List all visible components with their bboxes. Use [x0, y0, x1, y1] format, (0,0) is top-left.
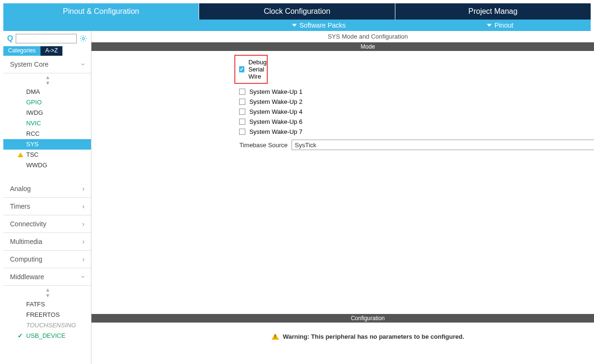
option-debug-serial-wire[interactable]: Debug Serial Wire [234, 55, 267, 84]
pinout-label: Pinout [494, 21, 513, 29]
gear-icon[interactable] [80, 35, 87, 42]
config-section-header: Configuration [91, 314, 594, 323]
category-connectivity[interactable]: Connectivity › [3, 215, 91, 233]
tree-item-fatfs[interactable]: FATFS [3, 299, 91, 310]
category-label: Middleware [10, 273, 44, 281]
mode-section-header: Mode [91, 42, 594, 51]
tree-item-usb-device[interactable]: ✓ USB_DEVICE [3, 331, 91, 341]
category-label: Analog [10, 185, 31, 192]
category-list: System Core › ▲▼ DMA GPIO IWDG NVIC RCC … [3, 56, 91, 364]
chevron-right-icon: › [82, 202, 85, 210]
option-label: Debug Serial Wire [248, 59, 267, 80]
check-icon: ✓ [18, 332, 23, 340]
pinout-menu[interactable]: Pinout [410, 20, 591, 31]
software-packs-menu[interactable]: Software Packs [228, 20, 410, 31]
sidebar: Q Categories A->Z System Core › ▲▼ DMA G… [3, 31, 91, 364]
chevron-right-icon: › [82, 185, 85, 192]
tree-item-nvic[interactable]: NVIC [3, 118, 91, 129]
tab-clock-config[interactable]: Clock Configuration [199, 3, 395, 20]
option-wakeup-1[interactable]: System Wake-Up 1 [91, 87, 594, 97]
category-multimedia[interactable]: Multimedia › [3, 233, 91, 251]
option-label: System Wake-Up 1 [249, 88, 302, 95]
category-computing[interactable]: Computing › [3, 251, 91, 268]
sort-tabs: Categories A->Z [3, 46, 91, 56]
sub-toolbar: Software Packs Pinout [3, 20, 591, 31]
tree-item-rcc[interactable]: RCC [3, 129, 91, 139]
category-analog[interactable]: Analog › [3, 180, 91, 198]
tree-item-gpio[interactable]: GPIO [3, 97, 91, 108]
option-wakeup-4[interactable]: System Wake-Up 4 [91, 107, 594, 117]
tab-project-manager[interactable]: Project Manag [395, 3, 591, 20]
tree-item-label: TSC [26, 151, 39, 159]
tree-item-iwdg[interactable]: IWDG [3, 108, 91, 118]
category-label: Connectivity [10, 220, 46, 228]
search-icon[interactable]: Q [7, 34, 13, 43]
tree-item-touchsensing[interactable]: TOUCHSENSING [3, 320, 91, 331]
timebase-select[interactable]: SysTick [292, 140, 594, 150]
category-system-core[interactable]: System Core › [3, 56, 91, 73]
checkbox-icon[interactable] [239, 99, 245, 105]
tree-item-label: USB_DEVICE [26, 332, 65, 340]
warning-text: Warning: This peripheral has no paramete… [283, 333, 464, 340]
search-input[interactable] [16, 34, 77, 43]
chevron-down-icon: › [80, 276, 87, 278]
warning-icon [272, 334, 279, 340]
category-label: Multimedia [10, 238, 42, 245]
tree-item-tsc[interactable]: TSC [3, 150, 91, 160]
option-wakeup-7[interactable]: System Wake-Up 7 [91, 127, 594, 137]
category-label: Timers [10, 202, 30, 210]
config-warning: Warning: This peripheral has no paramete… [91, 328, 594, 345]
checkbox-checked-icon[interactable] [239, 66, 244, 72]
timebase-source-row: Timebase Source SysTick [91, 137, 594, 153]
drag-handle-icon[interactable]: ▲▼ [3, 73, 91, 87]
timebase-label: Timebase Source [239, 142, 287, 149]
chevron-right-icon: › [82, 238, 85, 245]
tab-pinout-config[interactable]: Pinout & Configuration [3, 3, 199, 20]
chevron-down-icon [292, 24, 297, 27]
chevron-down-icon: › [80, 63, 87, 66]
drag-handle-icon[interactable]: ▲▼ [3, 286, 91, 299]
mode-panel: Debug Serial Wire System Wake-Up 1 Syste… [91, 51, 594, 157]
warning-icon [18, 152, 23, 157]
checkbox-icon[interactable] [239, 109, 245, 115]
option-label: System Wake-Up 2 [249, 98, 302, 105]
software-packs-label: Software Packs [300, 21, 346, 29]
chevron-down-icon [487, 24, 492, 27]
category-timers[interactable]: Timers › [3, 198, 91, 215]
category-label: System Core [10, 61, 49, 68]
content-title: SYS Mode and Configuration [91, 31, 594, 42]
timebase-value: SysTick [295, 142, 316, 149]
tree-item-dma[interactable]: DMA [3, 87, 91, 97]
tree-item-freertos[interactable]: FREERTOS [3, 310, 91, 320]
option-wakeup-6[interactable]: System Wake-Up 6 [91, 117, 594, 127]
checkbox-icon[interactable] [239, 89, 245, 95]
svg-point-0 [82, 38, 84, 40]
config-panel: Warning: This peripheral has no paramete… [91, 323, 594, 364]
main-tabs: Pinout & Configuration Clock Configurati… [3, 3, 591, 20]
option-label: System Wake-Up 7 [249, 128, 302, 135]
category-middleware[interactable]: Middleware › [3, 268, 91, 286]
content-panel: SYS Mode and Configuration Mode Debug Se… [91, 31, 594, 364]
checkbox-icon[interactable] [239, 119, 245, 125]
sort-tab-categories[interactable]: Categories [3, 46, 40, 56]
tree-item-sys[interactable]: SYS [3, 139, 91, 150]
chevron-right-icon: › [82, 220, 85, 228]
search-row: Q [3, 31, 91, 46]
checkbox-icon[interactable] [239, 129, 245, 135]
option-label: System Wake-Up 4 [249, 108, 302, 115]
tree-item-wwdg[interactable]: WWDG [3, 160, 91, 171]
option-wakeup-2[interactable]: System Wake-Up 2 [91, 97, 594, 107]
sort-tab-az[interactable]: A->Z [40, 46, 62, 56]
chevron-right-icon: › [82, 255, 85, 263]
option-label: System Wake-Up 6 [249, 118, 302, 125]
category-label: Computing [10, 255, 42, 263]
